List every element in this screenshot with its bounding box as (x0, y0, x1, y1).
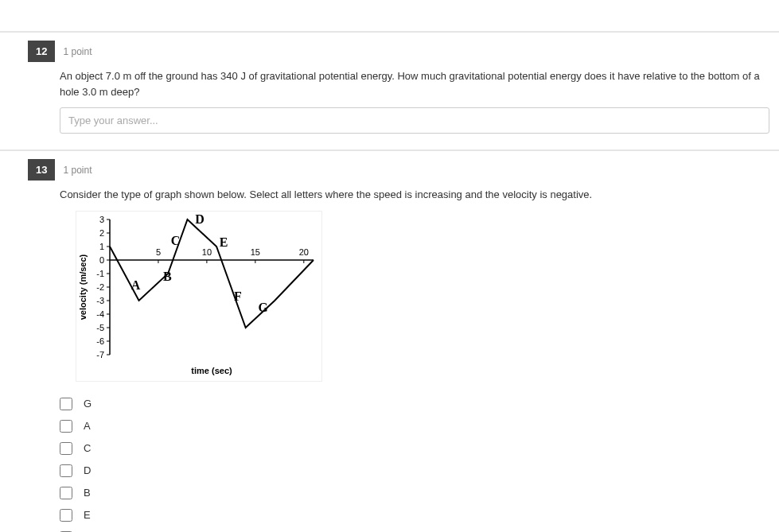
option-row[interactable]: G (60, 393, 779, 415)
question-number: 13 (28, 159, 55, 181)
svg-text:-4: -4 (96, 309, 104, 319)
option-label: A (84, 420, 91, 432)
question-points: 1 point (63, 46, 92, 57)
svg-text:-5: -5 (96, 323, 104, 332)
option-label: G (84, 398, 92, 410)
question-text: An object 7.0 m off the ground has 340 J… (60, 68, 779, 99)
question-points: 1 point (63, 165, 92, 176)
svg-text:5: 5 (156, 247, 161, 257)
option-label: C (84, 442, 91, 454)
svg-text:0: 0 (99, 255, 104, 265)
svg-text:F: F (234, 289, 242, 303)
svg-text:-3: -3 (96, 296, 104, 305)
option-row[interactable]: A (60, 415, 779, 437)
svg-text:D: D (195, 212, 204, 226)
svg-text:-2: -2 (96, 282, 104, 292)
svg-text:G: G (259, 300, 269, 313)
option-row[interactable]: C (60, 437, 779, 460)
options-list: GACDBEF (60, 393, 779, 533)
option-label: D (84, 464, 91, 476)
svg-text:15: 15 (251, 247, 260, 257)
svg-text:10: 10 (202, 247, 212, 257)
option-label: B (84, 487, 91, 499)
velocity-time-graph: 3210-1-2-3-4-5-6-75101520ABCDEFGtime (se… (76, 211, 322, 382)
option-row[interactable]: E (60, 504, 779, 526)
svg-text:-7: -7 (96, 350, 104, 359)
svg-text:-6: -6 (96, 336, 104, 346)
svg-text:1: 1 (99, 242, 104, 251)
graph-svg: 3210-1-2-3-4-5-6-75101520ABCDEFGtime (se… (76, 212, 321, 379)
option-checkbox[interactable] (60, 420, 72, 433)
option-checkbox[interactable] (60, 398, 72, 410)
question-header: 13 1 point (28, 159, 779, 181)
svg-text:velocity (m/sec): velocity (m/sec) (78, 254, 88, 320)
option-row[interactable]: B (60, 482, 779, 504)
option-checkbox[interactable] (60, 464, 72, 477)
svg-text:C: C (171, 234, 181, 247)
question-text: Consider the type of graph shown below. … (60, 187, 779, 203)
svg-text:B: B (163, 269, 172, 282)
answer-input[interactable] (60, 107, 769, 134)
option-row[interactable]: D (60, 460, 779, 482)
question-header: 12 1 point (28, 41, 779, 62)
svg-text:20: 20 (299, 247, 309, 257)
svg-text:-1: -1 (96, 269, 104, 278)
question-number: 12 (28, 41, 55, 62)
top-spacer (0, 0, 779, 32)
answer-input-wrap (60, 107, 769, 134)
quiz-container: 12 1 point An object 7.0 m off the groun… (0, 0, 779, 532)
option-checkbox[interactable] (60, 442, 72, 455)
question-13: 13 1 point Consider the type of graph sh… (0, 150, 779, 532)
option-checkbox[interactable] (60, 509, 72, 522)
svg-text:2: 2 (99, 228, 104, 238)
option-row[interactable]: F (60, 526, 779, 533)
svg-text:3: 3 (99, 215, 104, 224)
svg-text:A: A (131, 278, 141, 292)
svg-text:time (sec): time (sec) (191, 366, 232, 375)
question-12: 12 1 point An object 7.0 m off the groun… (0, 32, 779, 150)
svg-text:E: E (220, 235, 228, 249)
option-label: E (84, 509, 91, 521)
option-checkbox[interactable] (60, 487, 72, 499)
